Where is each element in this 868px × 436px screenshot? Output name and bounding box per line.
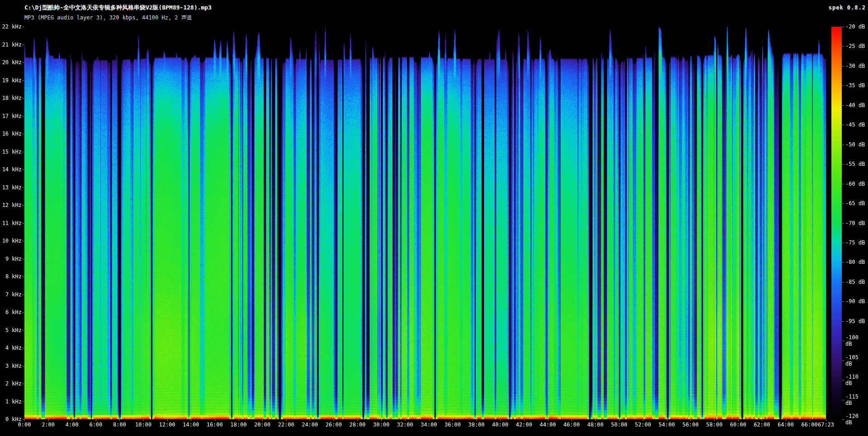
- freq-tick: [22, 27, 24, 27]
- db-tick-label: -80 dB: [845, 259, 865, 265]
- time-tick: [571, 419, 572, 421]
- time-tick: [358, 419, 358, 421]
- db-tick-label: -35 dB: [845, 82, 865, 89]
- time-tick-label: 56:00: [682, 422, 698, 428]
- time-tick-label: 14:00: [183, 422, 199, 428]
- time-tick: [810, 419, 810, 421]
- time-tick-label: 46:00: [563, 422, 580, 428]
- time-tick-label: 4:00: [66, 422, 79, 428]
- freq-tick-label: 17 kHz: [1, 113, 22, 119]
- db-tick-label: -70 dB: [845, 220, 865, 226]
- time-tick: [429, 419, 429, 421]
- time-tick-label: 38:00: [468, 422, 485, 428]
- db-tick: [842, 105, 844, 106]
- time-tick-label: 62:00: [754, 422, 770, 428]
- time-tick-label: 48:00: [587, 422, 604, 428]
- freq-tick: [22, 116, 24, 117]
- time-tick-label: 2:00: [42, 422, 55, 428]
- db-tick-label: -110 dB: [845, 374, 868, 386]
- db-tick: [842, 361, 844, 361]
- db-tick-label: -20 dB: [845, 23, 865, 30]
- db-tick: [842, 301, 844, 302]
- db-tick-label: -105 dB: [845, 354, 868, 367]
- db-tick: [842, 400, 844, 400]
- freq-tick-label: 12 kHz: [1, 202, 22, 208]
- freq-tick-label: 20 kHz: [1, 59, 22, 66]
- time-tick: [48, 419, 49, 421]
- freq-tick-label: 14 kHz: [1, 166, 22, 173]
- db-tick-label: -95 dB: [845, 318, 865, 324]
- freq-tick-label: 22 kHz: [1, 23, 22, 30]
- freq-tick: [22, 402, 24, 402]
- time-tick: [476, 419, 477, 421]
- time-tick: [643, 419, 643, 421]
- time-tick-label: 64:00: [778, 422, 794, 428]
- time-tick-label: 30:00: [373, 422, 389, 428]
- freq-tick: [22, 312, 24, 313]
- app-version-label: spek 0.8.2: [829, 5, 866, 11]
- freq-tick-label: 6 kHz: [1, 309, 22, 315]
- freq-tick-label: 18 kHz: [1, 95, 22, 101]
- time-tick: [690, 419, 691, 421]
- freq-tick: [22, 188, 24, 188]
- freq-tick-label: 4 kHz: [1, 345, 22, 351]
- freq-tick-label: 8 kHz: [1, 273, 22, 280]
- time-tick-label: 0:00: [18, 422, 31, 428]
- freq-tick: [22, 62, 24, 63]
- freq-tick-label: 1 kHz: [1, 398, 22, 405]
- freq-tick: [22, 241, 24, 241]
- db-tick: [842, 203, 844, 204]
- db-tick-label: -115 dB: [845, 394, 868, 406]
- time-tick: [381, 419, 382, 421]
- freq-tick-label: 13 kHz: [1, 184, 22, 191]
- freq-tick: [22, 134, 24, 134]
- time-tick: [262, 419, 263, 421]
- time-tick-label: 28:00: [349, 422, 366, 428]
- time-tick-label: 26:00: [326, 422, 342, 428]
- time-tick-label: 24:00: [302, 422, 318, 428]
- freq-tick: [22, 98, 24, 98]
- time-tick-label: 42:00: [516, 422, 532, 428]
- time-tick-label: 66:00: [802, 422, 818, 428]
- time-tick: [619, 419, 620, 421]
- time-tick-label: 60:00: [730, 422, 746, 428]
- time-tick: [239, 419, 239, 421]
- time-tick: [119, 419, 120, 421]
- freq-tick: [22, 259, 24, 259]
- freq-tick-label: 0 kHz: [1, 416, 22, 422]
- db-tick: [842, 184, 844, 184]
- freq-tick: [22, 45, 24, 45]
- db-tick-label: -50 dB: [845, 141, 865, 148]
- freq-tick: [22, 223, 24, 224]
- db-tick: [842, 321, 844, 322]
- db-tick-label: -90 dB: [845, 298, 865, 305]
- freq-tick-label: 11 kHz: [1, 220, 22, 226]
- time-tick-label: 40:00: [492, 422, 508, 428]
- time-tick-label: 22:00: [278, 422, 294, 428]
- time-tick: [286, 419, 287, 421]
- db-tick-label: -55 dB: [845, 161, 865, 167]
- freq-tick: [22, 152, 24, 152]
- time-tick-label: 18:00: [231, 422, 247, 428]
- db-color-scale: [831, 27, 842, 419]
- freq-tick: [22, 419, 24, 420]
- freq-tick-label: 10 kHz: [1, 238, 22, 244]
- time-tick: [500, 419, 500, 421]
- db-tick: [842, 85, 844, 86]
- freq-tick: [22, 80, 24, 81]
- freq-tick: [22, 205, 24, 206]
- time-tick-label: 52:00: [635, 422, 651, 428]
- db-tick: [842, 27, 844, 27]
- db-tick-label: -60 dB: [845, 181, 865, 187]
- db-tick: [842, 419, 844, 420]
- time-tick-label: 32:00: [397, 422, 413, 428]
- db-tick-label: -65 dB: [845, 200, 865, 206]
- db-tick-label: -120 dB: [845, 413, 868, 426]
- freq-tick-label: 21 kHz: [1, 42, 22, 48]
- freq-tick-label: 16 kHz: [1, 131, 22, 137]
- time-tick: [595, 419, 596, 421]
- db-tick: [842, 262, 844, 263]
- time-tick-label: 44:00: [540, 422, 556, 428]
- db-tick: [842, 46, 844, 47]
- time-tick-label: 50:00: [611, 422, 627, 428]
